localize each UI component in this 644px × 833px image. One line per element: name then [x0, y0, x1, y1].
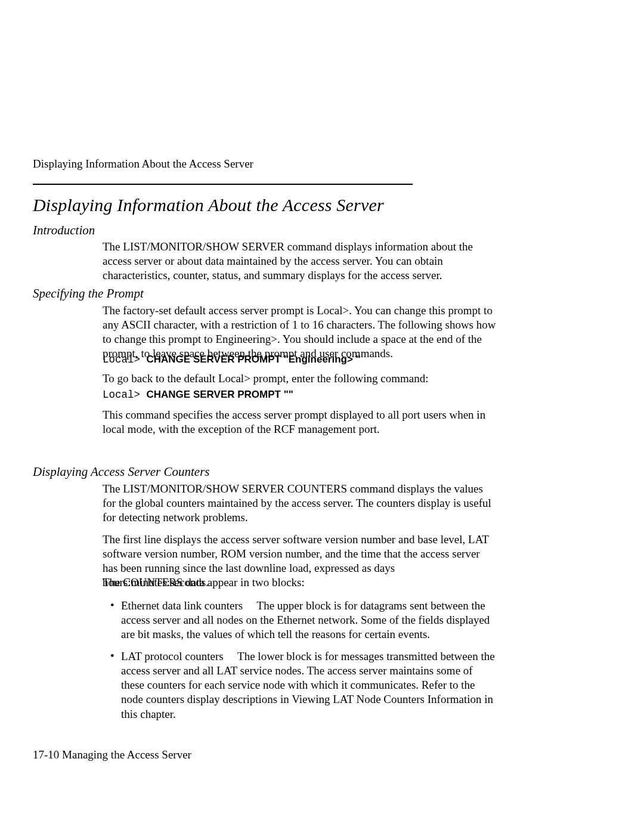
subhead-introduction: Introduction [33, 223, 95, 238]
page-footer: 17-10 Managing the Access Server [33, 748, 191, 761]
running-head: Displaying Information About the Access … [33, 157, 253, 171]
list-item-text: LAT protocol counters The lower block is… [121, 649, 497, 721]
code-prompt: Local> [103, 389, 147, 401]
paragraph: To go back to the default Local> prompt,… [103, 371, 497, 386]
section-title: Displaying Information About the Access … [33, 195, 384, 215]
code-prompt: Local> [103, 354, 147, 366]
subhead-specifying-prompt: Specifying the Prompt [33, 286, 144, 301]
code-line: Local> CHANGE SERVER PROMPT "" [103, 388, 497, 401]
paragraph: The LIST/MONITOR/SHOW SERVER command dis… [103, 240, 497, 283]
code-line: Local> CHANGE SERVER PROMPT "Engineering… [103, 353, 497, 366]
list-item-text: Ethernet data link counters The upper bl… [121, 599, 497, 642]
paragraph: This command specifies the access server… [103, 408, 497, 436]
code-command: CHANGE SERVER PROMPT "Engineering> " [147, 354, 361, 365]
bullet-icon: • [110, 599, 114, 612]
bullet-icon: • [110, 649, 114, 662]
code-command: CHANGE SERVER PROMPT "" [147, 389, 293, 400]
horizontal-rule [33, 184, 413, 185]
page: Displaying Information About the Access … [0, 0, 644, 833]
paragraph: The COUNTERS data appear in two blocks: [103, 575, 497, 590]
paragraph: The LIST/MONITOR/SHOW SERVER COUNTERS co… [103, 482, 497, 525]
subhead-displaying-counters: Displaying Access Server Counters [33, 465, 209, 479]
